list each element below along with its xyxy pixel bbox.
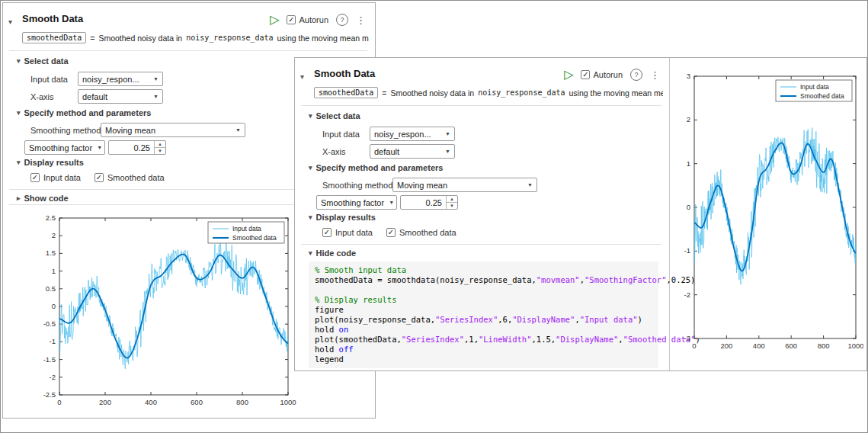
smoothing-method-dropdown[interactable]: Moving mean ▼ <box>101 123 245 137</box>
section-collapse-icon: ▾ <box>17 57 21 65</box>
output-variable-chip[interactable]: smoothedData <box>22 32 86 43</box>
x-tick-label: 0 <box>692 342 696 350</box>
input-data-dropdown[interactable]: noisy_respon... ▼ <box>370 127 455 141</box>
smoothing-factor-label: Smoothing factor <box>29 143 92 152</box>
code-block[interactable]: % Smooth input datasmoothedData = smooth… <box>309 261 658 368</box>
input-data-value: noisy_respon... <box>82 75 139 84</box>
task-summary: smoothedData = Smoothed noisy data in no… <box>22 32 369 43</box>
y-tick-label: 2 <box>52 231 56 239</box>
autorun-toggle[interactable]: ✓ Autorun <box>581 70 623 79</box>
y-tick-label: -2 <box>684 290 690 299</box>
divider <box>9 50 367 51</box>
code-token: ,1.5, <box>532 335 556 344</box>
smoothing-factor-label: Smoothing factor <box>321 198 384 207</box>
panel-collapse-icon[interactable]: ▾ <box>300 72 304 81</box>
chevron-down-icon: ▼ <box>153 76 159 82</box>
smoothing-factor-dropdown[interactable]: Smoothing factor ▼ <box>316 195 397 210</box>
summary-suffix: using the moving mean method <box>277 34 369 43</box>
input-data-check[interactable]: ✓ Input data <box>30 173 81 182</box>
smoothing-factor-dropdown[interactable]: Smoothing factor ▼ <box>24 140 105 155</box>
spin-up-icon[interactable]: ▲ <box>155 141 165 147</box>
y-tick-label: 2 <box>687 115 690 123</box>
smoothed-data-check[interactable]: ✓ Smoothed data <box>386 228 456 237</box>
xaxis-value: default <box>374 147 399 156</box>
section-select-data[interactable]: ▾ Select data <box>309 111 360 120</box>
hide-code-toggle[interactable]: ▾ Hide code <box>309 249 356 258</box>
autorun-toggle[interactable]: ✓ Autorun <box>287 15 328 24</box>
chevron-down-icon: ▼ <box>445 131 450 136</box>
section-specify-label: Specify method and parameters <box>24 108 152 117</box>
autorun-checkbox[interactable]: ✓ <box>287 15 296 24</box>
y-tick-label: 0 <box>52 302 56 310</box>
help-icon[interactable]: ? <box>336 14 348 26</box>
front-task-region: ▾ Smooth Data ▷ ✓ Autorun ? ⋮ smoothedDa… <box>295 58 670 370</box>
chevron-down-icon: ▼ <box>153 94 159 99</box>
show-code-toggle[interactable]: ▸ Show code <box>17 194 69 203</box>
code-token: "DisplayName" <box>512 315 575 324</box>
divider <box>301 105 661 106</box>
live-editor-canvas: ▾ Smooth Data ▷ ✓ Autorun ? ⋮ smoothedDa… <box>0 0 868 433</box>
collapse-open-icon: ▾ <box>309 249 312 257</box>
run-button[interactable]: ▷ <box>270 14 279 26</box>
spin-down-icon[interactable]: ▼ <box>447 202 457 209</box>
section-select-label: Select data <box>24 56 69 66</box>
input-data-checkbox[interactable]: ✓ <box>30 173 40 182</box>
input-data-dropdown[interactable]: noisy_respon... ▼ <box>78 72 163 86</box>
code-token: figure <box>315 305 344 314</box>
autorun-checkbox[interactable]: ✓ <box>581 70 590 79</box>
smoothing-factor-value[interactable]: 0.25 <box>109 141 154 154</box>
task-header-actions: ▷ ✓ Autorun ? ⋮ <box>270 14 366 26</box>
xaxis-value: default <box>82 92 107 101</box>
x-tick-label: 400 <box>753 342 765 350</box>
equals-sign: = <box>90 34 94 43</box>
smoothed-data-checkbox[interactable]: ✓ <box>386 228 396 237</box>
legend-label: Smoothed data <box>800 92 844 100</box>
section-collapse-icon: ▾ <box>17 109 21 117</box>
input-data-check-label: Input data <box>43 173 81 182</box>
section-display-results[interactable]: ▾ Display results <box>17 158 84 167</box>
x-tick-label: 200 <box>99 398 111 406</box>
spin-down-icon[interactable]: ▼ <box>155 147 165 154</box>
spinner: ▲ ▼ <box>154 141 165 154</box>
section-select-data[interactable]: ▾ Select data <box>17 56 69 66</box>
overflow-menu-icon[interactable]: ⋮ <box>356 14 366 26</box>
task-title: Smooth Data <box>314 68 375 79</box>
show-code-label: Show code <box>24 194 69 203</box>
help-icon[interactable]: ? <box>630 69 642 81</box>
smoothing-factor-field[interactable]: 0.25 ▲ ▼ <box>108 140 166 155</box>
output-variable-chip[interactable]: smoothedData <box>314 87 378 98</box>
spin-up-icon[interactable]: ▲ <box>447 196 457 202</box>
run-button[interactable]: ▷ <box>564 69 573 81</box>
code-line: figure <box>315 305 652 315</box>
section-specify-method[interactable]: ▾ Specify method and parameters <box>309 163 443 172</box>
smoothed-data-check[interactable]: ✓ Smoothed data <box>94 173 165 182</box>
overflow-menu-icon[interactable]: ⋮ <box>650 69 660 81</box>
y-tick-label: -2 <box>50 373 56 381</box>
smoothing-method-value: Moving mean <box>397 181 447 190</box>
code-token: % Display results <box>315 295 396 304</box>
input-data-check[interactable]: ✓ Input data <box>322 228 373 237</box>
summary-prefix: Smoothed noisy data in <box>98 34 182 43</box>
divider <box>301 244 661 245</box>
smoothing-method-label: Smoothing method <box>322 181 392 190</box>
code-line: % Display results <box>315 295 652 305</box>
code-token: on <box>339 325 349 334</box>
smoothed-data-checkbox[interactable]: ✓ <box>94 173 104 182</box>
code-line: hold off <box>315 345 652 354</box>
xaxis-dropdown[interactable]: default ▼ <box>370 144 455 159</box>
section-specify-method[interactable]: ▾ Specify method and parameters <box>17 108 151 117</box>
input-data-checkbox[interactable]: ✓ <box>322 228 332 237</box>
xaxis-label: X-axis <box>30 92 54 101</box>
panel-collapse-icon[interactable]: ▾ <box>8 18 12 26</box>
code-token: "SeriesIndex" <box>435 315 498 324</box>
section-display-results[interactable]: ▾ Display results <box>309 213 376 222</box>
y-tick-label: 2.5 <box>46 213 56 222</box>
x-tick-label: 800 <box>818 342 830 350</box>
smoothing-factor-field[interactable]: 0.25 ▲ ▼ <box>400 195 458 210</box>
code-line: smoothedData = smoothdata(noisy_response… <box>315 275 652 285</box>
xaxis-dropdown[interactable]: default ▼ <box>78 89 163 104</box>
summary-suffix: using the moving mean method <box>569 88 663 98</box>
smoothing-method-dropdown[interactable]: Moving mean ▼ <box>392 178 537 192</box>
smoothing-factor-value[interactable]: 0.25 <box>401 196 446 209</box>
x-tick-label: 800 <box>236 398 248 406</box>
